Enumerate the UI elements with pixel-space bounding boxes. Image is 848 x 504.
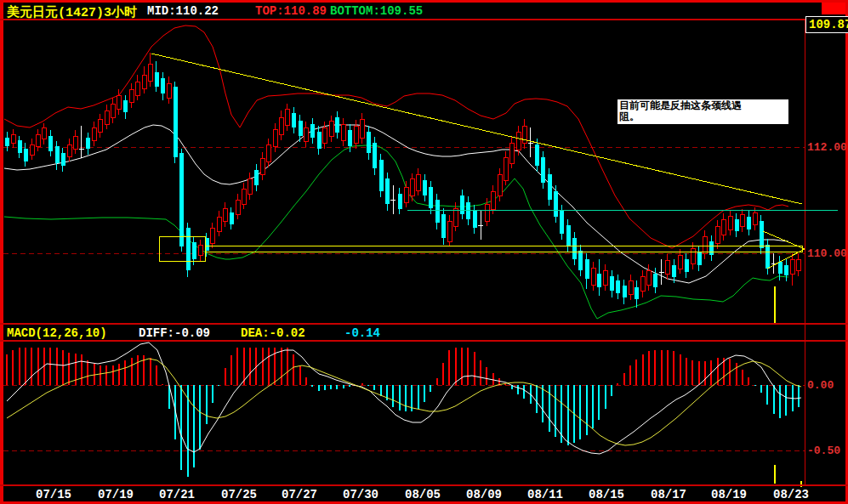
candle-up [666,260,670,274]
candle-down [535,144,539,166]
last-price-box: 109.87 [805,16,848,33]
candle-up [404,187,408,202]
candle-down [554,191,558,217]
boll-top-readout: TOP:110.89 [255,4,327,18]
candle-down [635,287,639,299]
candle-up [261,158,265,174]
candle-up [591,268,595,285]
candle-down [616,280,620,293]
candle-down [697,252,702,265]
candle-up [136,82,140,95]
candle-down [373,143,377,168]
axis-label: -0.50 [807,445,840,457]
candle-down [585,259,589,279]
axis-label: 0.00 [807,379,834,392]
chart-canvas[interactable] [0,0,848,504]
candle-up [130,89,134,102]
candle-up [629,280,633,294]
candle-up [703,236,708,253]
candle-up [248,178,253,194]
candle-down [86,138,90,149]
boll-bottom-readout: BOTTOM:109.55 [330,4,423,18]
candle-up [728,216,732,229]
candle-down [61,153,65,166]
candle-down [123,100,128,112]
candle-down [179,153,184,246]
candle-up [224,208,228,221]
candle-up [117,95,122,109]
candle-down [765,245,770,269]
macd-dea-readout: DEA:-0.02 [241,326,305,340]
candle-up [641,276,646,291]
candle-up [329,121,333,136]
candle-up [510,143,515,163]
candle-up [273,129,277,146]
candle-up [43,127,47,139]
candle-down [48,136,53,151]
candle-down [24,149,28,161]
candle-up [354,126,358,143]
date-label: 07/30 [343,488,378,501]
candle-down [192,242,196,259]
candle-down [423,180,427,195]
candle-up [217,217,221,231]
candle-down [174,87,178,157]
candle-down [5,138,9,146]
date-label: 08/05 [405,488,441,501]
candle-down [572,238,577,259]
candle-down [335,117,339,133]
candle-down [672,265,676,277]
macd-indicator-name[interactable]: MACD(12,26,10) [7,326,107,340]
candle-up [267,144,271,161]
candle-up [498,174,502,195]
candle-up [323,127,327,143]
candle-up [741,214,745,226]
candle-up [149,64,153,81]
candle-down [597,274,601,287]
date-label: 08/19 [711,488,747,501]
candle-up [447,221,452,241]
candle-down [747,217,751,229]
date-label: 07/15 [36,488,71,501]
candle-up [111,104,116,117]
candle-up [716,226,720,243]
date-bar-separator [0,484,848,486]
candle-down [466,202,470,219]
date-label: 08/11 [527,488,563,501]
candle-down [317,132,322,149]
annotation-note[interactable]: 目前可能是反抽这条颈线遇 阻。 [618,99,788,124]
candle-down [230,212,234,224]
date-label: 07/21 [159,488,195,501]
date-label: 07/27 [282,488,317,501]
boll-lower-band [4,145,788,319]
candle-down [398,194,402,209]
candle-down [778,262,783,274]
candle-down [161,78,165,93]
candle-down [429,187,433,208]
candle-up [492,191,496,209]
candle-down [379,160,384,191]
candle-up [361,119,365,138]
candle-up [647,270,652,285]
candle-down [55,146,60,163]
candle-up [797,259,801,270]
macd-header-bot-line [0,340,848,342]
candle-down [299,121,303,136]
candle-down [541,157,545,183]
annotation-line2: 阻。 [619,111,787,122]
candle-up [198,245,202,255]
candle-up [722,219,726,235]
candle-down [441,214,446,238]
window-border-left [0,0,3,504]
window-control-red[interactable] [822,3,845,14]
date-label: 08/15 [589,488,624,501]
trading-chart-window: 美元日元(1427)3小时 MID:110.22 TOP:110.89 BOTT… [0,0,848,504]
candle-up [342,124,346,140]
candle-up [417,174,421,190]
candle-down [348,130,352,146]
candle-up [286,109,290,125]
date-label: 07/19 [98,488,134,501]
candle-down [685,259,689,272]
candle-up [11,134,15,143]
candle-down [610,276,614,291]
